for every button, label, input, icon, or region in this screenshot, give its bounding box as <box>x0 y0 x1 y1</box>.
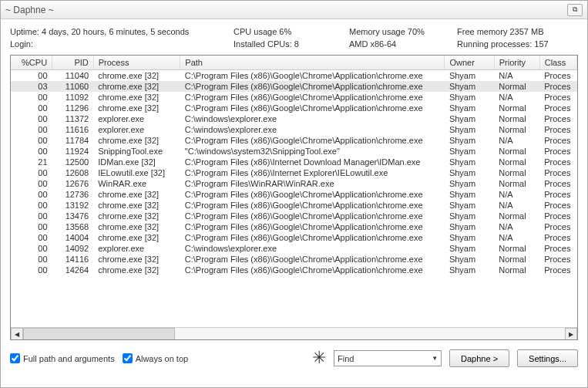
fullpath-label: Full path and arguments <box>23 354 115 363</box>
cell-process: chrome.exe [32] <box>93 232 180 243</box>
fullpath-checkbox[interactable] <box>10 353 20 363</box>
col-header-process[interactable]: Process <box>93 56 180 70</box>
cell-priority: Normal <box>494 254 539 265</box>
cell-pid: 11784 <box>52 135 94 146</box>
table-row[interactable]: 0311060chrome.exe [32]C:\Program Files (… <box>11 81 577 92</box>
daphne-button[interactable]: Daphne > <box>449 349 509 367</box>
cpu-usage-text: CPU usage 6% <box>234 25 349 38</box>
find-dropdown[interactable]: Find ▼ <box>334 350 442 366</box>
cell-process: explorer.exe <box>93 113 180 124</box>
cell-priority: Normal <box>494 146 539 157</box>
cell-cpu: 00 <box>11 124 52 135</box>
running-processes-text: Running processes: 157 <box>457 38 573 50</box>
table-row[interactable]: 0013568chrome.exe [32]C:\Program Files (… <box>11 221 577 232</box>
cell-cpu: 00 <box>11 221 52 232</box>
cell-path: C:\Program Files (x86)\Internet Download… <box>180 157 445 167</box>
table-row[interactable]: 0011924SnippingTool.exe"C:\windows\syste… <box>11 146 577 157</box>
cell-cpu: 00 <box>11 92 52 103</box>
col-header-class[interactable]: Class <box>539 56 576 70</box>
col-header-owner[interactable]: Owner <box>445 56 494 70</box>
col-header-priority[interactable]: Priority <box>494 56 539 70</box>
table-row[interactable]: 0012608IELowutil.exe [32]C:\Program File… <box>11 167 577 178</box>
main-area: Uptime: 4 days, 20 hours, 6 minutes, 5 s… <box>1 19 587 343</box>
cell-owner: Shyam <box>445 265 494 275</box>
col-header-pid[interactable]: PID <box>52 56 94 70</box>
process-table-scroll[interactable]: %CPU PID Process Path Owner Priority Cla… <box>11 56 577 327</box>
table-row[interactable]: 0014116chrome.exe [32]C:\Program Files (… <box>11 254 577 265</box>
cell-cpu: 21 <box>11 157 52 167</box>
cell-cpu: 00 <box>11 200 52 211</box>
cell-path: "C:\windows\system32\SnippingTool.exe" <box>180 146 445 157</box>
cell-owner: Shyam <box>445 113 494 124</box>
cell-path: C:\Program Files\WinRAR\WinRAR.exe <box>180 178 445 189</box>
cell-path: C:\Program Files (x86)\Google\Chrome\App… <box>180 103 445 113</box>
cell-owner: Shyam <box>445 200 494 211</box>
cell-owner: Shyam <box>445 254 494 265</box>
cell-priority: N/A <box>494 189 539 200</box>
alwaysontop-checkbox[interactable] <box>123 353 133 363</box>
scroll-thumb[interactable] <box>23 328 175 340</box>
table-row[interactable]: 0011092chrome.exe [32]C:\Program Files (… <box>11 92 577 103</box>
settings-button[interactable]: Settings... <box>517 349 578 367</box>
horizontal-scrollbar[interactable]: ◀ ▶ <box>11 327 577 340</box>
table-row[interactable]: 0013476chrome.exe [32]C:\Program Files (… <box>11 211 577 221</box>
crosshair-icon[interactable]: ✳ <box>312 349 326 366</box>
table-row[interactable]: 0011296chrome.exe [32]C:\Program Files (… <box>11 103 577 113</box>
cell-cpu: 00 <box>11 265 52 275</box>
cell-pid: 11616 <box>52 124 94 135</box>
cell-process: chrome.exe [32] <box>93 135 180 146</box>
cell-priority: Normal <box>494 113 539 124</box>
cell-cpu: 00 <box>11 70 52 82</box>
cell-priority: Normal <box>494 103 539 113</box>
table-row[interactable]: 0012676WinRAR.exeC:\Program Files\WinRAR… <box>11 178 577 189</box>
cell-priority: Normal <box>494 211 539 221</box>
cell-path: C:\Program Files (x86)\Google\Chrome\App… <box>180 232 445 243</box>
cell-cpu: 00 <box>11 232 52 243</box>
cell-priority: N/A <box>494 232 539 243</box>
cell-pid: 13476 <box>52 211 94 221</box>
cell-class: Proces <box>539 92 576 103</box>
cell-class: Proces <box>539 254 576 265</box>
cell-path: C:\Program Files (x86)\Google\Chrome\App… <box>180 92 445 103</box>
cell-process: chrome.exe [32] <box>93 92 180 103</box>
cell-process: explorer.exe <box>93 124 180 135</box>
cell-priority: N/A <box>494 221 539 232</box>
scroll-track[interactable] <box>23 328 565 340</box>
cell-cpu: 00 <box>11 254 52 265</box>
cell-process: IDMan.exe [32] <box>93 157 180 167</box>
table-row[interactable]: 0014264chrome.exe [32]C:\Program Files (… <box>11 265 577 275</box>
bottom-toolbar: Full path and arguments Always on top ✳ … <box>1 343 587 373</box>
cell-owner: Shyam <box>445 211 494 221</box>
alwaysontop-checkbox-wrap[interactable]: Always on top <box>123 353 188 363</box>
cell-path: C:\Program Files (x86)\Google\Chrome\App… <box>180 265 445 275</box>
cell-pid: 11924 <box>52 146 94 157</box>
cell-path: C:\Program Files (x86)\Google\Chrome\App… <box>180 135 445 146</box>
table-row[interactable]: 0014004chrome.exe [32]C:\Program Files (… <box>11 232 577 243</box>
table-row[interactable]: 0013192chrome.exe [32]C:\Program Files (… <box>11 200 577 211</box>
table-row[interactable]: 0014092explorer.exeC:\windows\explorer.e… <box>11 243 577 254</box>
cell-pid: 11372 <box>52 113 94 124</box>
col-header-cpu[interactable]: %CPU <box>11 56 52 70</box>
cell-process: SnippingTool.exe <box>93 146 180 157</box>
cell-cpu: 00 <box>11 103 52 113</box>
table-row[interactable]: 0011372explorer.exeC:\windows\explorer.e… <box>11 113 577 124</box>
fullpath-checkbox-wrap[interactable]: Full path and arguments <box>10 353 115 363</box>
scroll-right-arrow-icon[interactable]: ▶ <box>565 328 577 340</box>
table-row[interactable]: 0011784chrome.exe [32]C:\Program Files (… <box>11 135 577 146</box>
table-row[interactable]: 0011040chrome.exe [32]C:\Program Files (… <box>11 70 577 82</box>
table-row[interactable]: 0012736chrome.exe [32]C:\Program Files (… <box>11 189 577 200</box>
cell-cpu: 00 <box>11 211 52 221</box>
close-button[interactable]: ⧉ <box>567 4 583 16</box>
cpu-arch-text: AMD x86-64 <box>349 38 457 50</box>
cell-cpu: 00 <box>11 135 52 146</box>
col-header-path[interactable]: Path <box>180 56 445 70</box>
cell-pid: 11060 <box>52 81 94 92</box>
memory-usage-text: Memory usage 70% <box>349 25 457 38</box>
cell-class: Proces <box>539 221 576 232</box>
cell-class: Proces <box>539 232 576 243</box>
table-row[interactable]: 0011616explorer.exeC:\windows\explorer.e… <box>11 124 577 135</box>
cell-priority: Normal <box>494 157 539 167</box>
table-row[interactable]: 2112500IDMan.exe [32]C:\Program Files (x… <box>11 157 577 167</box>
scroll-left-arrow-icon[interactable]: ◀ <box>11 328 23 340</box>
cell-pid: 14116 <box>52 254 94 265</box>
